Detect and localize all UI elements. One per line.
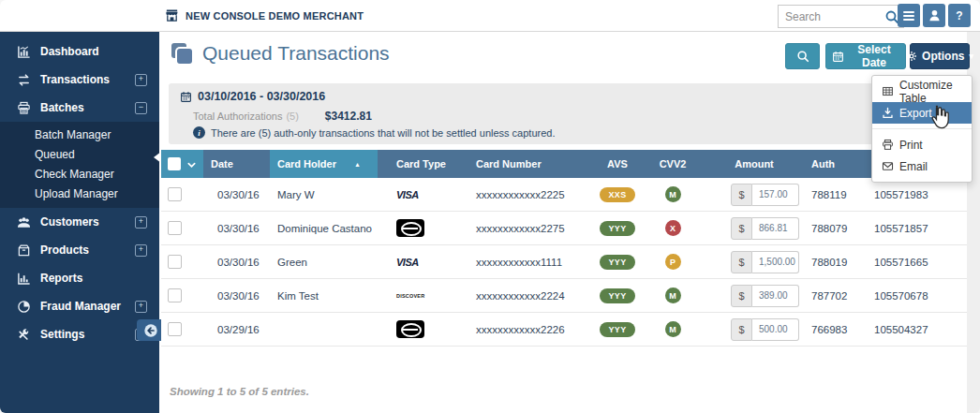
sidebar-subitem-check-manager[interactable]: Check Manager	[0, 165, 159, 184]
menu-item-customize-table[interactable]: Customize Table	[872, 81, 972, 102]
caret-down-icon: ▾	[969, 52, 973, 61]
column-header-label: Card Holder	[277, 158, 336, 170]
help-button[interactable]: ?	[948, 4, 971, 27]
cell-type	[378, 212, 468, 244]
column-header-select[interactable]	[161, 150, 203, 178]
table-row: 03/30/16Dominique Castanoxxxxxxxxxxxx227…	[161, 212, 967, 245]
amount-input[interactable]	[752, 184, 799, 206]
search-input[interactable]	[779, 10, 884, 23]
total-amount: $3412.81	[325, 110, 372, 123]
cell-txid: 105504327	[862, 313, 967, 346]
page-title: Queued Transactions	[202, 42, 390, 65]
row-checkbox[interactable]	[168, 255, 182, 269]
amount-input[interactable]	[752, 318, 799, 341]
currency-addon: $	[731, 318, 752, 341]
cell-auth: 787702	[808, 279, 862, 312]
menu-divider	[872, 128, 972, 129]
sidebar-item-transactions[interactable]: Transactions+	[0, 66, 159, 94]
chevron-down-icon[interactable]	[186, 159, 197, 170]
expand-section-icon[interactable]: +	[135, 301, 147, 313]
column-header-date[interactable]: Date	[203, 150, 270, 178]
row-checkbox[interactable]	[168, 187, 182, 201]
amount-input-group: $	[731, 217, 799, 240]
batches-icon	[16, 101, 31, 115]
visa-card-logo: VISA	[396, 257, 419, 268]
cvv2-badge: M	[665, 321, 681, 337]
currency-addon: $	[731, 285, 752, 307]
avs-badge: YYY	[600, 288, 635, 303]
sidebar-item-batches[interactable]: Batches−	[0, 94, 159, 122]
cell-text-auth: 788119	[811, 189, 847, 200]
column-header-card-holder[interactable]: Card Holder▲	[270, 150, 378, 178]
sidebar-item-label: Batches	[40, 101, 84, 114]
filter-panel: 03/10/2016 - 03/30/2016 Total Authorizat…	[169, 83, 967, 144]
cell-text-txid: 105504327	[874, 324, 928, 335]
cell-sel	[161, 212, 203, 244]
expand-section-icon[interactable]: +	[135, 216, 147, 229]
cell-holder: Kim Test	[270, 279, 378, 312]
sidebar-item-settings[interactable]: Settings+	[0, 320, 159, 348]
select-date-button[interactable]: Select Date	[825, 43, 906, 69]
sidebar-subitem-upload-manager[interactable]: Upload Manager	[0, 184, 159, 204]
cell-holder: Green	[270, 245, 378, 278]
column-header-label: Date	[211, 158, 233, 170]
table-search-button[interactable]	[785, 43, 820, 69]
column-header-card-number[interactable]: Card Number	[468, 150, 590, 178]
cell-text-date: 03/30/16	[217, 257, 260, 268]
account-button[interactable]	[923, 4, 945, 27]
cell-auth: 766983	[808, 313, 862, 346]
column-header-cvv2[interactable]: CVV2	[645, 150, 701, 178]
amount-input-group: $	[731, 318, 799, 341]
sidebar-item-customers[interactable]: Customers+	[0, 208, 159, 236]
menu-button[interactable]	[898, 4, 920, 27]
amount-input[interactable]	[752, 285, 799, 307]
select-all-checkbox[interactable]	[168, 157, 181, 170]
column-header-auth[interactable]: Auth	[808, 150, 862, 178]
cell-date: 03/29/16	[203, 313, 270, 346]
sidebar-subitem-queued[interactable]: Queued	[0, 145, 159, 165]
sidebar-item-label: Settings	[40, 328, 84, 341]
sidebar-item-label: Products	[40, 243, 89, 257]
column-header-amount[interactable]: Amount	[701, 150, 808, 178]
sidebar-item-reports[interactable]: Reports	[0, 264, 159, 292]
expand-section-icon[interactable]: +	[135, 244, 147, 257]
sidebar-subitem-batch-manager[interactable]: Batch Manager	[0, 125, 159, 145]
row-checkbox[interactable]	[168, 288, 182, 302]
topbar: NEW CONSOLE DEMO MERCHANT ?	[0, 0, 980, 32]
column-header-card-type[interactable]: Card Type	[378, 150, 468, 178]
options-button[interactable]: Options ▾	[910, 43, 970, 69]
collapse-section-icon[interactable]: −	[135, 102, 147, 114]
settings-icon	[16, 328, 31, 342]
column-header-avs[interactable]: AVS	[590, 150, 645, 178]
row-checkbox[interactable]	[168, 322, 182, 336]
cell-number: xxxxxxxxxxxx2226	[468, 313, 590, 346]
menu-item-print[interactable]: Print	[872, 134, 972, 155]
table-row: 03/30/16GreenVISAxxxxxxxxxxxx1111YYYP$78…	[161, 245, 967, 279]
table-row: 03/30/16Kim TestDISCOVERxxxxxxxxxxxx2224…	[161, 279, 967, 313]
avs-badge: YYY	[600, 221, 635, 236]
date-range[interactable]: 03/10/2016 - 03/30/2016	[198, 90, 325, 103]
expand-section-icon[interactable]: +	[135, 74, 147, 86]
storefront-icon	[165, 8, 179, 22]
transactions-icon	[16, 73, 31, 87]
sidebar-item-dashboard[interactable]: Dashboard	[0, 37, 159, 66]
table-header-row: DateCard Holder▲Card TypeCard NumberAVSC…	[161, 150, 967, 178]
column-header-label: Card Number	[476, 158, 542, 170]
sidebar-item-fraud-manager[interactable]: Fraud Manager+	[0, 292, 159, 320]
row-checkbox[interactable]	[168, 221, 182, 235]
sidebar-item-products[interactable]: Products+	[0, 236, 159, 264]
amount-input[interactable]	[752, 251, 799, 273]
amount-input[interactable]	[752, 217, 799, 240]
sidebar-submenu: Batch ManagerQueuedCheck ManagerUpload M…	[0, 122, 159, 208]
gear-icon	[906, 51, 917, 62]
total-authorizations-label: Total Authorizations	[193, 111, 282, 122]
avs-badge: YYY	[600, 255, 635, 270]
discover-card-logo: DISCOVER	[396, 293, 424, 299]
cell-text-txid: 105571665	[874, 257, 928, 268]
cell-text-txid: 105571983	[874, 189, 928, 200]
sidebar: DashboardTransactions+Batches−Batch Mana…	[0, 31, 159, 413]
total-count: (5)	[286, 111, 298, 122]
menu-item-export[interactable]: Export	[872, 102, 972, 124]
cell-text-number: xxxxxxxxxxxx1111	[476, 257, 562, 268]
menu-item-email[interactable]: Email	[872, 155, 972, 177]
